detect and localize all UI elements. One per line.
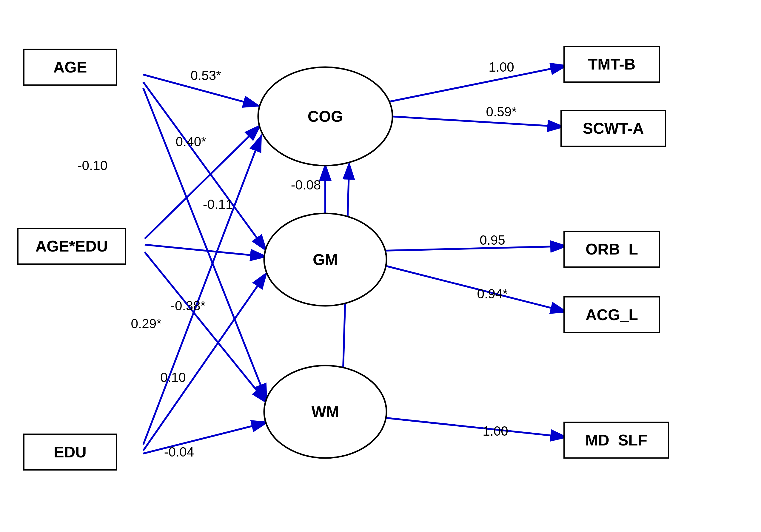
label-edu-to-gm: 0.10 bbox=[160, 370, 186, 384]
label-edu-to-wm: -0.04 bbox=[164, 444, 194, 459]
node-cog-label: COG bbox=[308, 108, 343, 125]
label-age-to-wm: -0.11 bbox=[203, 197, 233, 211]
label-cog-to-scwta: 0.59* bbox=[486, 104, 517, 119]
node-acgl-label: ACG_L bbox=[586, 306, 638, 324]
node-gm-label: GM bbox=[313, 251, 338, 268]
node-orbl-label: ORB_L bbox=[586, 241, 638, 258]
node-age-label: AGE bbox=[53, 58, 87, 76]
label-cog-to-tmtb: 1.00 bbox=[489, 60, 514, 74]
node-edu-label: EDU bbox=[54, 443, 87, 461]
arrow-gm-to-orbl bbox=[384, 246, 566, 251]
arrow-cog-to-tmtb bbox=[390, 66, 566, 101]
node-scwta-label: SCWT-A bbox=[583, 120, 644, 137]
label-gm-to-orbl: 0.95 bbox=[480, 233, 505, 247]
arrow-gm-to-acgl bbox=[384, 266, 566, 312]
label-age-to-cog: 0.53* bbox=[191, 68, 221, 83]
label-ageedu-to-cog: -0.10 bbox=[78, 158, 107, 173]
label-gm-to-cog: -0.08 bbox=[291, 178, 321, 192]
label-ageedu-to-wm: 0.29* bbox=[131, 316, 162, 331]
arrow-age-to-gm bbox=[143, 82, 266, 251]
label-gm-to-acgl: 0.94* bbox=[477, 286, 508, 301]
node-wm-label: WM bbox=[312, 403, 339, 420]
label-age-to-gm: 0.40* bbox=[176, 134, 206, 149]
node-mdslf-label: MD_SLF bbox=[585, 432, 647, 449]
node-tmtb-label: TMT-B bbox=[588, 55, 636, 73]
arrow-wm-to-mdslf bbox=[384, 418, 566, 437]
arrow-edu-to-wm bbox=[143, 422, 267, 453]
diagram-container: 0.53* 0.40* -0.11 -0.10 -0.17 0.29* -0.3… bbox=[0, 0, 761, 532]
label-wm-to-mdslf: 1.00 bbox=[483, 424, 508, 438]
label-edu-to-cog: -0.38* bbox=[170, 298, 205, 313]
arrow-cog-to-scwta bbox=[390, 116, 563, 127]
node-ageedu-label: AGE*EDU bbox=[35, 238, 108, 255]
